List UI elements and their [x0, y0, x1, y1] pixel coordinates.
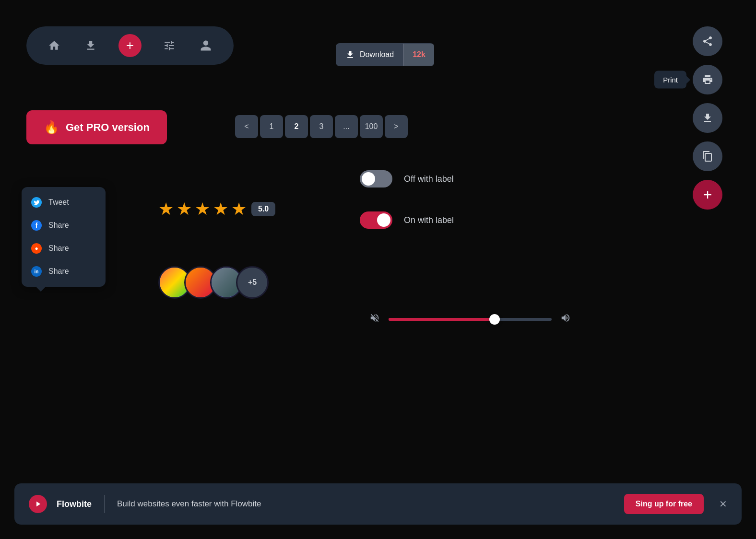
footer-divider [104, 495, 105, 513]
prev-page-button[interactable]: < [235, 115, 258, 138]
rating-badge: 5.0 [251, 202, 275, 216]
star-5[interactable]: ★ [231, 199, 247, 219]
save-circle-button[interactable] [693, 103, 722, 133]
avatar-more-count: +5 [248, 278, 257, 287]
facebook-icon: f [31, 220, 42, 231]
volume-mute-icon[interactable] [369, 313, 380, 326]
toggle-section: Off with label On with label [360, 170, 454, 229]
nav-user-icon[interactable] [197, 37, 214, 54]
reddit-share-button[interactable]: ● Share [22, 237, 106, 260]
facebook-share-button[interactable]: f Share [22, 214, 106, 237]
pagination: < 1 2 3 ... 100 > [235, 115, 408, 138]
toggle-on-row: On with label [360, 211, 454, 229]
play-icon [34, 500, 42, 508]
share-icon [702, 35, 713, 47]
pro-button-label: Get PRO version [66, 121, 150, 134]
star-2[interactable]: ★ [177, 199, 192, 219]
volume-slider-thumb[interactable] [489, 314, 500, 325]
toggle-on-label: On with label [404, 215, 454, 225]
share-circle-button[interactable] [693, 26, 722, 56]
nav-settings-icon[interactable] [161, 37, 178, 54]
share-menu: Tweet f Share ● Share in Share [22, 187, 106, 287]
copy-icon [702, 151, 713, 162]
nav-bar: + [26, 26, 234, 65]
download-count: 12k [403, 44, 434, 66]
toggle-off-switch[interactable] [360, 170, 392, 187]
star-1[interactable]: ★ [158, 199, 174, 219]
next-page-button[interactable]: > [385, 115, 408, 138]
download-btn-main: Download [336, 43, 403, 66]
add-icon: + [703, 187, 712, 202]
download-label: Download [360, 50, 394, 59]
star-3[interactable]: ★ [195, 199, 210, 219]
volume-slider-track[interactable] [389, 318, 552, 321]
get-pro-button[interactable]: 🔥 Get PRO version [26, 110, 167, 144]
fire-icon: 🔥 [44, 120, 59, 135]
stars-container[interactable]: ★ ★ ★ ★ ★ [158, 199, 247, 219]
page-2-button[interactable]: 2 [285, 115, 308, 138]
toggle-on-knob [377, 213, 390, 227]
volume-slider-fill [389, 318, 495, 321]
signup-button[interactable]: Sing up for free [624, 494, 704, 514]
facebook-label: Share [48, 221, 69, 230]
linkedin-icon: in [31, 266, 42, 277]
toggle-on-switch[interactable] [360, 211, 392, 229]
nav-add-button[interactable]: + [118, 34, 142, 57]
print-circle-button[interactable]: Print [693, 65, 722, 94]
linkedin-share-button[interactable]: in Share [22, 260, 106, 283]
download-icon [345, 50, 355, 59]
tweet-button[interactable]: Tweet [22, 191, 106, 214]
print-tooltip: Print [654, 71, 686, 89]
avatar-more[interactable]: +5 [236, 266, 269, 299]
page-ellipsis: ... [335, 115, 358, 138]
footer-banner: Flowbite Build websites even faster with… [14, 483, 742, 525]
toggle-off-label: Off with label [404, 174, 454, 184]
footer-close-button[interactable]: ✕ [719, 498, 727, 510]
plus-icon: + [126, 38, 134, 53]
star-4[interactable]: ★ [213, 199, 228, 219]
flowbite-logo [29, 495, 47, 513]
page-100-button[interactable]: 100 [360, 115, 383, 138]
footer-tagline: Build websites even faster with Flowbite [117, 499, 614, 509]
page-3-button[interactable]: 3 [310, 115, 333, 138]
toggle-off-knob [362, 172, 375, 186]
copy-circle-button[interactable] [693, 141, 722, 171]
avatar-group: +5 [158, 266, 269, 299]
reddit-label: Share [48, 244, 69, 253]
nav-home-icon[interactable] [46, 37, 63, 54]
volume-slider-section [369, 313, 571, 326]
page-1-button[interactable]: 1 [260, 115, 283, 138]
linkedin-label: Share [48, 267, 69, 276]
download-button[interactable]: Download 12k [336, 43, 434, 66]
right-action-buttons: Print + [693, 26, 722, 210]
tweet-label: Tweet [48, 198, 69, 207]
print-icon [702, 74, 713, 85]
nav-download-icon[interactable] [82, 37, 99, 54]
volume-up-icon[interactable] [560, 313, 571, 326]
twitter-icon [31, 197, 42, 208]
reddit-icon: ● [31, 243, 42, 254]
toggle-off-row: Off with label [360, 170, 454, 187]
star-rating: ★ ★ ★ ★ ★ 5.0 [158, 199, 275, 219]
add-circle-button[interactable]: + [693, 180, 722, 210]
save-icon [702, 112, 713, 124]
footer-brand: Flowbite [57, 499, 92, 509]
